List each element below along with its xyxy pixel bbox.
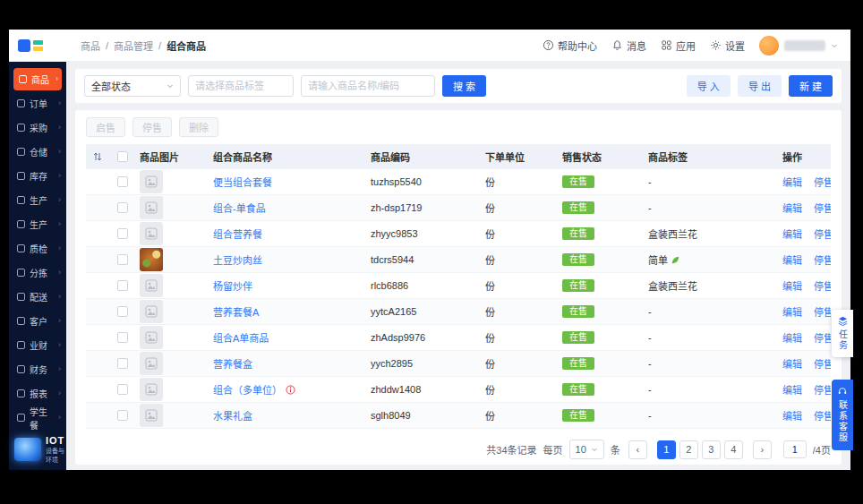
row-checkbox[interactable] [117,254,128,265]
status-select-value: 全部状态 [91,79,131,93]
row-checkbox[interactable] [117,228,128,239]
row-checkbox[interactable] [117,332,128,343]
sidebar-footer-iot[interactable]: IOT 设备与环境 [9,430,66,473]
product-name-link[interactable]: 组合A单商品 [213,330,269,345]
sidebar-item[interactable]: 仓储 › [9,140,66,164]
edit-link[interactable]: 编辑 [782,330,802,345]
edit-link[interactable]: 编辑 [782,382,802,397]
service-tab-label: 联系客服 [836,400,850,443]
edit-link[interactable]: 编辑 [782,201,802,215]
status-select[interactable]: 全部状态 [84,75,181,97]
messages-button[interactable]: 消息 [611,38,646,53]
row-checkbox[interactable] [117,306,128,317]
stop-sale-link[interactable]: 停售 [814,330,831,345]
page-jump-input[interactable] [783,440,807,458]
name-filter-input[interactable] [301,75,435,97]
product-name-link[interactable]: 组合（多单位） [213,382,282,397]
sidebar-item[interactable]: 配送 › [9,285,66,309]
tag-filter-input[interactable] [188,75,294,97]
product-name-link[interactable]: 组合营养餐 [213,226,262,241]
stop-sale-link[interactable]: 停售 [814,201,831,215]
stop-sale-link[interactable]: 停售 [814,382,831,397]
edit-link[interactable]: 编辑 [782,226,802,241]
sidebar-item[interactable]: 订单 › [9,91,66,115]
row-checkbox[interactable] [117,358,128,369]
sidebar-item[interactable]: 库存 › [9,164,66,188]
product-code: tdcrs5944 [367,254,482,265]
product-name-link[interactable]: 组合-单食品 [213,201,266,215]
stop-sale-link[interactable]: 停售 [814,226,831,241]
customer-service-float-tab[interactable]: 联系客服 [832,380,853,450]
sidebar-item[interactable]: 学生餐 › [9,406,66,430]
per-page-select[interactable]: 10 [569,440,604,459]
user-menu[interactable] [759,36,838,56]
sidebar-item[interactable]: 业财 › [9,333,66,357]
edit-link[interactable]: 编辑 [782,408,802,423]
product-code: rlcb6886 [367,280,482,291]
apps-button[interactable]: 应用 [661,38,696,53]
chevron-right-icon: › [58,414,61,422]
bulk-delete-button[interactable]: 删除 [179,117,218,137]
prev-page-button[interactable]: ‹ [628,440,647,459]
edit-link[interactable]: 编辑 [782,175,802,189]
row-checkbox[interactable] [117,280,128,291]
help-center-button[interactable]: 帮助中心 [543,38,597,53]
stop-sale-link[interactable]: 停售 [814,278,831,293]
sidebar-item[interactable]: 报表 › [9,381,66,406]
app-logo[interactable] [18,39,68,52]
edit-link[interactable]: 编辑 [782,278,802,293]
row-checkbox[interactable] [117,176,128,187]
header-product-name: 组合商品名称 [209,149,367,164]
page-number-button[interactable]: 3 [702,440,721,459]
import-button[interactable]: 导 入 [687,75,731,97]
sidebar-item[interactable]: 商品 › [13,68,62,90]
edit-link[interactable]: 编辑 [782,356,802,371]
settings-button[interactable]: 设置 [710,38,745,53]
edit-link[interactable]: 编辑 [782,304,802,319]
bulk-stop-sale-button[interactable]: 停售 [132,117,172,137]
stop-sale-link[interactable]: 停售 [814,252,831,267]
product-name-link[interactable]: 土豆炒肉丝 [213,252,262,267]
page-number-list: 1 2 3 4 [655,440,745,459]
page-number-button[interactable]: 2 [679,440,698,459]
bulk-enable-sale-button[interactable]: 启售 [86,117,125,137]
export-button[interactable]: 导 出 [738,75,782,97]
sidebar-item[interactable]: 生产 › [9,188,66,212]
sidebar-item[interactable]: 质检 › [9,236,66,261]
create-button[interactable]: 新 建 [789,75,833,97]
breadcrumb-item-goods[interactable]: 商品 [81,38,100,53]
stop-sale-link[interactable]: 停售 [814,356,831,371]
sidebar-item[interactable]: 客户 › [9,309,66,333]
table-row: 组合A单商品 zhAdsp9976 份 在售 - 编辑 停售 删除 [86,325,831,351]
edit-link[interactable]: 编辑 [782,252,802,267]
next-page-button[interactable]: › [753,440,772,459]
product-name-link[interactable]: 营养餐盒 [213,356,252,371]
stop-sale-link[interactable]: 停售 [814,304,831,319]
product-name-link[interactable]: 水果礼盒 [213,408,252,423]
row-checkbox[interactable] [117,202,128,213]
sort-columns-icon[interactable] [92,151,103,162]
menu-icon [19,75,27,83]
menu-icon [17,365,25,373]
sidebar-item[interactable]: 采购 › [9,115,66,140]
stop-sale-link[interactable]: 停售 [814,408,831,423]
row-checkbox[interactable] [117,384,128,395]
product-name-link[interactable]: 杨留炒伴 [213,278,252,293]
sidebar-item-label: 生产 [30,218,47,231]
sidebar-item[interactable]: 生产 › [9,212,66,236]
task-float-tab[interactable]: 任务 [832,310,853,357]
page-number-button[interactable]: 1 [657,440,676,459]
stop-sale-link[interactable]: 停售 [814,175,831,189]
product-code: yytcA2165 [367,306,482,317]
product-name-link[interactable]: 便当组合套餐 [213,175,272,189]
page-number-button[interactable]: 4 [724,440,743,459]
select-all-checkbox[interactable] [117,151,128,162]
product-name-link[interactable]: 营养套餐A [213,304,259,319]
chevron-right-icon: › [58,269,61,277]
sidebar-item[interactable]: 分拣 › [9,261,66,285]
row-checkbox[interactable] [117,410,128,421]
chevron-right-icon: › [58,389,61,397]
sidebar-item[interactable]: 财务 › [9,357,66,381]
search-button[interactable]: 搜 索 [442,75,486,97]
breadcrumb-item-goods-manage[interactable]: 商品管理 [114,38,153,53]
